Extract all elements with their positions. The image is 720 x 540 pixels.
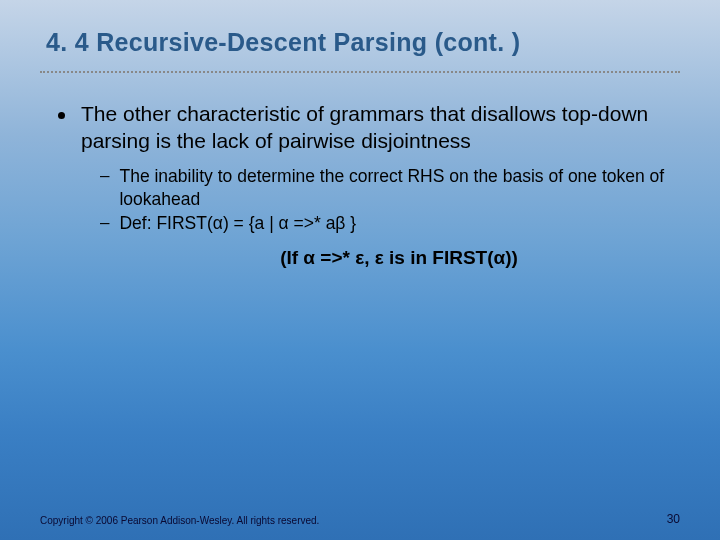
slide: 4. 4 Recursive-Descent Parsing (cont. ) … — [0, 0, 720, 540]
sub-bullet-text: The inability to determine the correct R… — [119, 165, 680, 211]
page-number: 30 — [667, 512, 680, 526]
centered-note: (If α =>* ε, ε is in FIRST(α)) — [118, 247, 680, 269]
dash-icon: – — [100, 213, 109, 233]
bullet-dot-icon — [58, 112, 65, 119]
dash-icon: – — [100, 166, 109, 186]
bullet-item: The other characteristic of grammars tha… — [58, 101, 680, 155]
sub-bullet-item: – Def: FIRST(α) = {a | α =>* aβ } — [100, 212, 680, 235]
slide-body: The other characteristic of grammars tha… — [40, 101, 680, 269]
sub-bullet-list: – The inability to determine the correct… — [100, 165, 680, 235]
slide-footer: Copyright © 2006 Pearson Addison-Wesley.… — [40, 512, 680, 526]
sub-bullet-text: Def: FIRST(α) = {a | α =>* aβ } — [119, 212, 356, 235]
title-divider — [40, 71, 680, 73]
slide-title: 4. 4 Recursive-Descent Parsing (cont. ) — [46, 28, 680, 57]
bullet-text: The other characteristic of grammars tha… — [81, 101, 680, 155]
copyright-text: Copyright © 2006 Pearson Addison-Wesley.… — [40, 515, 319, 526]
sub-bullet-item: – The inability to determine the correct… — [100, 165, 680, 211]
